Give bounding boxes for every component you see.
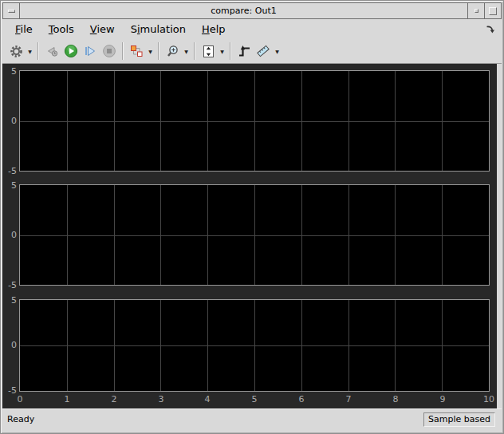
scope-axes-1[interactable] xyxy=(19,70,490,172)
menu-help[interactable]: Help xyxy=(197,22,230,37)
gear-icon xyxy=(10,45,23,58)
maximize-button[interactable] xyxy=(484,3,501,18)
toolbar-separator xyxy=(230,42,231,60)
y-tick-label: 0 xyxy=(2,116,17,126)
toolbar: ▼ xyxy=(2,39,502,64)
scope-window: compare: Out1 File Tools View Simulation… xyxy=(0,0,504,434)
scope-axes-2[interactable] xyxy=(19,184,490,286)
stop-icon xyxy=(102,44,116,58)
stop-button[interactable] xyxy=(100,41,119,61)
grid-line xyxy=(20,235,489,236)
x-tick-label: 0 xyxy=(11,394,29,404)
toolbar-separator xyxy=(122,42,124,60)
scope-axes-3[interactable] xyxy=(19,299,490,392)
x-tick-label: 2 xyxy=(105,394,123,404)
cursor-measurements-button[interactable] xyxy=(254,41,273,61)
play-icon xyxy=(64,44,78,58)
run-button[interactable] xyxy=(61,41,81,61)
fit-to-view-icon xyxy=(202,45,215,58)
y-tick-label: 0 xyxy=(2,230,17,240)
dash-icon xyxy=(8,10,15,13)
fit-to-view-button[interactable] xyxy=(199,41,218,61)
y-tick-label: -5 xyxy=(2,166,17,176)
fit-to-view-dropdown[interactable]: ▼ xyxy=(218,41,226,61)
step-back-button[interactable] xyxy=(42,41,61,61)
y-tick-label: 5 xyxy=(2,180,17,191)
trigger-icon xyxy=(238,45,251,58)
window-menu-button[interactable] xyxy=(3,3,20,18)
x-tick-label: 10 xyxy=(480,394,498,404)
signal-selector-button[interactable] xyxy=(127,41,146,61)
menu-bar: File Tools View Simulation Help xyxy=(2,19,502,39)
signal-selector-icon xyxy=(130,45,144,58)
scope-canvas: 5 0 -5 5 0 -5 xyxy=(2,64,497,408)
minimize-button[interactable] xyxy=(467,3,484,18)
step-forward-icon xyxy=(83,44,97,58)
menu-simulation[interactable]: Simulation xyxy=(126,22,191,37)
y-tick-label: 0 xyxy=(2,340,17,350)
maximize-icon xyxy=(489,7,497,15)
title-bar: compare: Out1 xyxy=(2,2,502,19)
status-bar: Ready Sample based xyxy=(2,408,502,432)
step-forward-button[interactable] xyxy=(81,41,100,61)
x-tick-label: 8 xyxy=(387,394,404,404)
x-tick-label: 1 xyxy=(58,394,76,404)
y-tick-label: 5 xyxy=(2,66,17,77)
x-tick-label: 4 xyxy=(199,394,216,404)
menu-view[interactable]: View xyxy=(85,22,120,37)
menu-file[interactable]: File xyxy=(10,22,37,37)
cursor-measurements-dropdown[interactable]: ▼ xyxy=(273,41,282,61)
step-back-icon xyxy=(45,45,59,58)
x-tick-label: 9 xyxy=(434,394,451,404)
minimize-icon xyxy=(474,9,478,13)
toolbar-separator xyxy=(158,42,159,60)
zoom-button[interactable] xyxy=(163,41,182,61)
zoom-in-icon xyxy=(166,45,179,58)
window-title: compare: Out1 xyxy=(20,3,467,18)
sample-mode-indicator: Sample based xyxy=(423,412,495,427)
x-tick-label: 5 xyxy=(246,394,263,404)
x-tick-label: 3 xyxy=(152,394,170,404)
toolbar-separator xyxy=(37,42,39,60)
x-tick-label: 7 xyxy=(340,394,357,404)
ruler-icon xyxy=(256,44,270,58)
menu-tools[interactable]: Tools xyxy=(44,22,79,37)
status-text: Ready xyxy=(7,414,34,424)
grid-line xyxy=(20,345,489,346)
grid-line xyxy=(20,121,489,122)
y-tick-label: 5 xyxy=(2,295,17,306)
zoom-dropdown[interactable]: ▼ xyxy=(182,41,191,61)
signal-selector-dropdown[interactable]: ▼ xyxy=(146,41,155,61)
x-tick-label: 6 xyxy=(293,394,310,404)
toolbar-separator xyxy=(194,42,195,60)
y-tick-label: -5 xyxy=(2,280,17,290)
settings-button[interactable] xyxy=(6,41,26,61)
trigger-button[interactable] xyxy=(234,41,254,61)
dock-arrow-icon[interactable] xyxy=(485,24,495,34)
settings-dropdown[interactable]: ▼ xyxy=(26,41,34,61)
